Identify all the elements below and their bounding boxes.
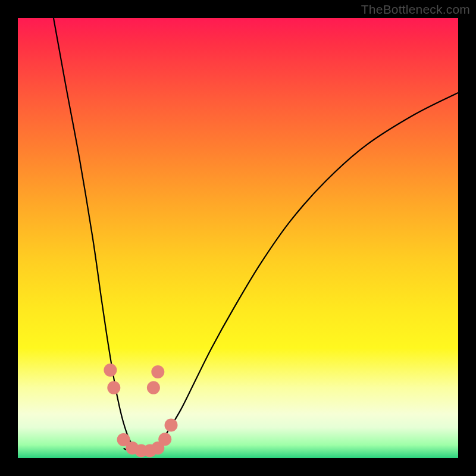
watermark-text: TheBottleneck.com: [361, 2, 470, 17]
curve-right: [150, 93, 458, 450]
markers-group: [104, 364, 177, 457]
data-marker: [151, 365, 164, 378]
data-marker: [147, 381, 160, 394]
chart-frame: TheBottleneck.com: [0, 0, 476, 476]
data-marker: [158, 433, 171, 446]
data-marker: [107, 381, 120, 394]
plot-area: [18, 18, 458, 458]
series-left-branch: [54, 18, 137, 450]
chart-svg: [18, 18, 458, 458]
series-right-branch: [150, 93, 458, 450]
curve-left: [54, 18, 137, 450]
data-marker: [165, 419, 178, 432]
data-marker: [104, 364, 117, 377]
